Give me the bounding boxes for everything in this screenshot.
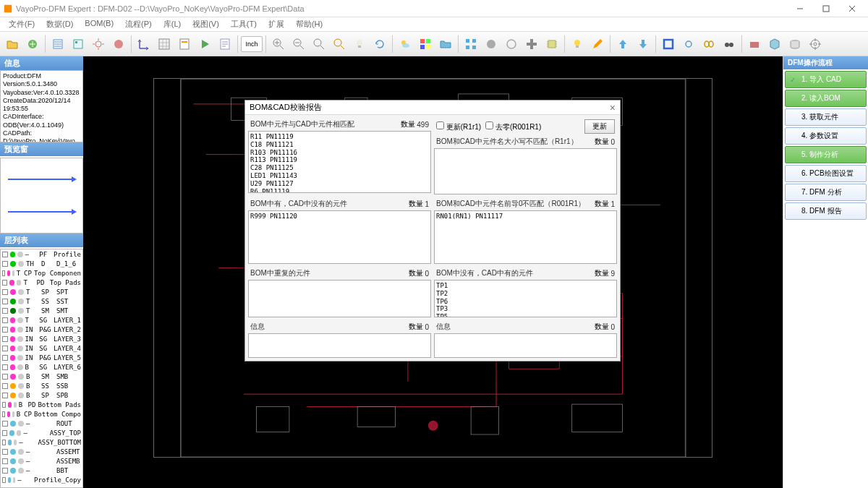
zoom-area-icon[interactable] — [330, 35, 349, 53]
update-button[interactable]: 更新 — [584, 119, 615, 134]
layer-row[interactable]: IN SG LAYER_4 — [1, 343, 82, 353]
layer-row[interactable]: — PF Profile — [1, 249, 82, 259]
layers-panel[interactable]: — PF Profile TH D D_1_6 T CP Top Compone… — [0, 249, 83, 488]
layer-row[interactable]: T SP SPT — [1, 287, 82, 296]
run-icon[interactable] — [195, 35, 214, 53]
dialog-titlebar[interactable]: BOM&CAD校验报告 × — [245, 100, 620, 115]
gear-icon[interactable] — [89, 35, 108, 53]
menu-bom[interactable]: BOM(B) — [79, 17, 119, 31]
rotate-icon[interactable] — [370, 35, 389, 53]
info2-listbox[interactable] — [434, 333, 617, 358]
stripzero-checkbox[interactable]: 去零(R001R1) — [485, 121, 541, 132]
step-1[interactable]: ✓1. 导入 CAD — [785, 71, 867, 88]
dup-listbox[interactable] — [248, 280, 431, 317]
cad-icon[interactable] — [69, 35, 88, 53]
bom-icon[interactable] — [48, 35, 67, 53]
menu-file[interactable]: 文件(F) — [3, 17, 41, 31]
layer-row[interactable]: IN P&G LAYER_2 — [1, 325, 82, 334]
layer-row[interactable]: — ASSY_TOP — [1, 428, 82, 437]
cadonly-listbox[interactable]: TP1TP2TP6TP3TP5TP4fid1fid2fid3 — [434, 280, 617, 317]
import-icon[interactable] — [23, 35, 42, 53]
update-checkbox[interactable]: 更新(R1r1) — [436, 121, 481, 132]
color-icon[interactable] — [416, 35, 435, 53]
dialog-close-icon[interactable]: × — [610, 102, 616, 114]
zero-listbox[interactable]: RN01(RN1) PN11117 — [434, 210, 617, 264]
menu-flow[interactable]: 流程(P) — [119, 17, 158, 31]
layer-row[interactable]: B SP SPB — [1, 390, 82, 400]
db-icon[interactable] — [786, 35, 804, 53]
svg-point-16 — [357, 40, 362, 46]
unit-indicator[interactable]: Inch — [241, 36, 263, 52]
square-icon[interactable] — [659, 35, 678, 53]
folder-icon[interactable] — [436, 35, 455, 53]
menu-view[interactable]: 视图(V) — [187, 17, 225, 31]
menu-ext[interactable]: 扩展 — [263, 17, 290, 31]
layer-row[interactable]: B PD Bottom Pads — [1, 400, 82, 409]
menu-data[interactable]: 数据(D) — [41, 17, 79, 31]
layer-row[interactable]: — ASSEMT — [1, 447, 82, 456]
link-icon[interactable] — [679, 35, 698, 53]
zoom-in-icon[interactable] — [269, 35, 288, 53]
layer-row[interactable]: B CP Bottom Compo — [1, 409, 82, 419]
step-4[interactable]: 4. 参数设置 — [785, 127, 867, 145]
maximize-button[interactable] — [813, 1, 839, 17]
menu-help[interactable]: 帮助(H) — [290, 17, 328, 31]
svg-rect-24 — [466, 39, 469, 43]
zoom-fit-icon[interactable] — [310, 35, 328, 53]
layer-row[interactable]: — ROUT — [1, 419, 82, 428]
bomonly-listbox[interactable]: R999 PN11120 — [248, 210, 431, 264]
open-icon[interactable] — [3, 35, 22, 53]
menu-lib[interactable]: 库(L) — [158, 17, 187, 31]
circle-fill-icon[interactable] — [482, 35, 501, 53]
match-listbox[interactable]: R11 PN11119C18 PN11121R103 PN11116R113 P… — [248, 131, 431, 193]
pencil-icon[interactable] — [588, 35, 607, 53]
target-icon[interactable] — [806, 35, 825, 53]
layer-row[interactable]: T SG LAYER_1 — [1, 315, 82, 325]
coord-icon[interactable] — [135, 35, 153, 53]
step-6[interactable]: 6. PCB绘图设置 — [785, 165, 867, 182]
layer-row[interactable]: — ASSY_BOTTOM — [1, 437, 82, 447]
case-listbox[interactable] — [434, 148, 617, 194]
layer-row[interactable]: B SM SMB — [1, 372, 82, 381]
report-icon[interactable] — [216, 35, 234, 53]
sheet-icon[interactable] — [175, 35, 194, 53]
layer-row[interactable]: — Profile_Copy — [1, 475, 82, 484]
step-2[interactable]: 2. 读入BOM — [785, 90, 867, 107]
layer-row[interactable]: T CP Top Componen — [1, 268, 82, 278]
select-icon[interactable] — [461, 35, 480, 53]
layer-row[interactable]: T SM SMT — [1, 306, 82, 315]
export-icon[interactable] — [745, 35, 764, 53]
arrow-up-icon[interactable] — [613, 35, 632, 53]
step-7[interactable]: 7. DFM 分析 — [785, 184, 867, 201]
svg-rect-26 — [466, 46, 469, 49]
layer-row[interactable]: B SS SSB — [1, 381, 82, 390]
binoc-icon[interactable] — [720, 35, 739, 53]
gold-link-icon[interactable] — [699, 35, 718, 53]
layer-row[interactable]: T SS SST — [1, 296, 82, 306]
step-8[interactable]: 8. DFM 报告 — [785, 202, 867, 220]
layer-row[interactable]: TH D D_1_6 — [1, 259, 82, 268]
bulb-icon[interactable] — [568, 35, 587, 53]
layer-row[interactable]: — BBT — [1, 466, 82, 475]
cross-icon[interactable] — [522, 35, 541, 53]
arrow-down-icon[interactable] — [634, 35, 652, 53]
chip-icon[interactable] — [542, 35, 561, 53]
step-5[interactable]: 5. 制作分析 — [785, 146, 867, 163]
analysis-icon[interactable] — [109, 35, 128, 53]
layer-row[interactable]: — ASSEMB — [1, 456, 82, 466]
grid-icon[interactable] — [155, 35, 174, 53]
minimize-button[interactable] — [787, 1, 813, 17]
layer-row[interactable]: T PD Top Pads — [1, 278, 82, 287]
close-button[interactable] — [839, 1, 865, 17]
cube-icon[interactable] — [765, 35, 784, 53]
layer-row[interactable]: B SG LAYER_6 — [1, 362, 82, 372]
zoom-out-icon[interactable] — [289, 35, 308, 53]
step-3[interactable]: 3. 获取元件 — [785, 108, 867, 126]
circle-outline-icon[interactable] — [502, 35, 521, 53]
layer-row[interactable]: IN P&G LAYER_5 — [1, 353, 82, 362]
menu-tools[interactable]: 工具(T) — [225, 17, 263, 31]
bulb-off-icon[interactable] — [350, 35, 369, 53]
info1-listbox[interactable] — [248, 333, 431, 358]
weather-icon[interactable] — [396, 35, 414, 53]
layer-row[interactable]: IN SG LAYER_3 — [1, 334, 82, 343]
